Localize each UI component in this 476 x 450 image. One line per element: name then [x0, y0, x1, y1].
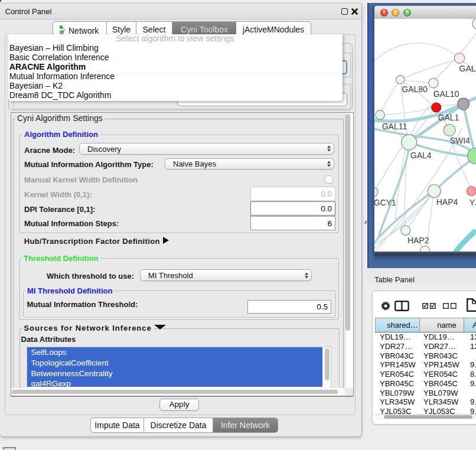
svg-text:GCY1: GCY1	[374, 198, 396, 207]
svg-text:GAL4: GAL4	[410, 151, 432, 160]
svg-text:GAL11: GAL11	[382, 122, 407, 131]
svg-text:YJ: YJ	[470, 197, 476, 207]
svg-text:SWI4: SWI4	[450, 136, 470, 145]
svg-text:HAP4: HAP4	[436, 197, 458, 207]
svg-text:GAL10: GAL10	[433, 89, 459, 99]
svg-text:GAL80: GAL80	[402, 84, 428, 94]
svg-text:HAP2: HAP2	[407, 236, 429, 245]
svg-text:GAL1: GAL1	[438, 113, 459, 122]
svg-text:GAL7: GAL7	[459, 63, 476, 73]
